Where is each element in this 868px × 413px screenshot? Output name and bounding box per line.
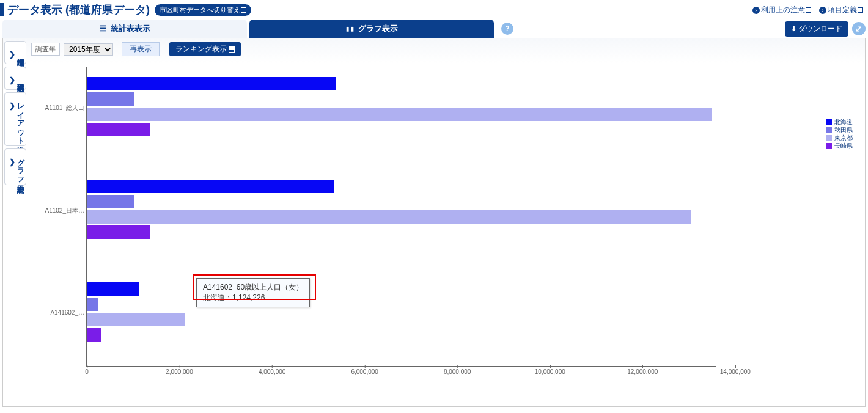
external-link-icon <box>806 7 811 13</box>
bar-segment[interactable] <box>87 298 98 311</box>
bar-chart[interactable]: A1101_総人口 A1102_日本… <box>86 67 716 367</box>
item-definitions-link[interactable]: ›項目定義 <box>819 5 863 14</box>
tab-table-view[interactable]: ☰統計表表示 <box>2 20 247 38</box>
help-icon[interactable]: ? <box>501 23 513 35</box>
legend-swatch <box>826 127 832 133</box>
bar-segment[interactable] <box>87 225 150 239</box>
external-link-icon <box>858 7 863 13</box>
page-title: データ表示 (都道府県データ) <box>7 2 150 17</box>
redisplay-button[interactable]: 再表示 <box>122 42 160 56</box>
legend-swatch <box>826 119 832 125</box>
chart-tooltip: A141602_60歳以上人口（女） 北海道：1,124,226 <box>196 278 310 307</box>
expand-icon[interactable]: ⤢ <box>852 22 866 35</box>
bar-segment[interactable] <box>87 92 134 106</box>
legend-swatch <box>826 135 832 141</box>
x-axis: 0 2,000,000 4,000,000 6,000,000 8,000,00… <box>87 368 716 377</box>
category-label: A141602_… <box>50 309 87 316</box>
bar-segment[interactable] <box>87 210 691 224</box>
download-button[interactable]: ダウンロード <box>785 21 848 37</box>
category-label: A1102_日本… <box>45 206 87 215</box>
bar-segment[interactable] <box>87 195 134 208</box>
bar-segment[interactable] <box>87 77 336 90</box>
side-panel-display-items[interactable]: 表示項目選択 <box>4 67 26 90</box>
ranking-icon <box>229 46 235 53</box>
side-panel-layout-settings[interactable]: レイアウト設定 <box>4 92 26 146</box>
bar-segment[interactable] <box>87 108 712 121</box>
bar-segment[interactable] <box>87 180 334 193</box>
switch-dataset-button[interactable]: 市区町村データへ切り替え <box>155 4 251 16</box>
table-icon: ☰ <box>100 24 107 33</box>
side-panel-graph-settings[interactable]: グラフ表示設定 <box>4 148 26 185</box>
bar-segment[interactable] <box>87 313 185 326</box>
chart-legend: 北海道 秋田県 東京都 長崎県 <box>826 118 853 150</box>
external-link-icon <box>241 7 246 13</box>
chart-icon: ▮▮ <box>345 24 355 33</box>
side-panel-region-select[interactable]: 地域選択 <box>4 41 26 64</box>
bar-segment[interactable] <box>87 282 139 296</box>
usage-notes-link[interactable]: ›利用上の注意 <box>752 5 811 14</box>
category-label: A1101_総人口 <box>45 104 87 112</box>
ranking-button[interactable]: ランキング表示 <box>169 42 241 56</box>
year-select[interactable]: 2015年度 <box>64 43 113 56</box>
bar-segment[interactable] <box>87 328 101 342</box>
bar-segment[interactable] <box>87 123 150 136</box>
tab-graph-view[interactable]: ▮▮グラフ表示 <box>249 20 494 38</box>
legend-swatch <box>826 143 832 149</box>
year-label: 調査年 <box>31 43 60 56</box>
